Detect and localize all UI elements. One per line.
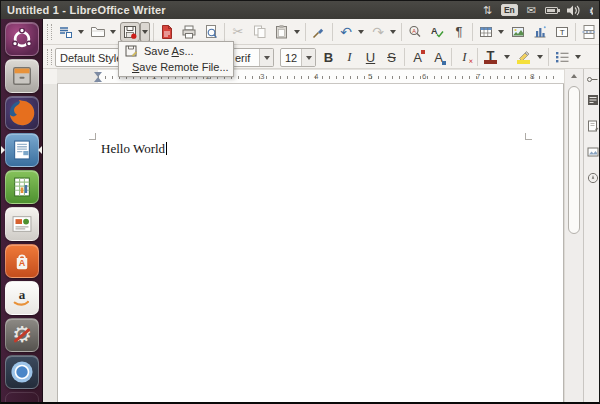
- toolbar-separator: [451, 48, 452, 66]
- sidebar-tab-navigator[interactable]: [586, 171, 599, 184]
- volume-icon[interactable]: [567, 5, 580, 16]
- redo-dropdown[interactable]: [388, 22, 398, 42]
- highlight-dropdown[interactable]: [535, 47, 545, 67]
- launcher-item-vlc[interactable]: [5, 392, 39, 404]
- sidebar-tab-gallery[interactable]: [586, 145, 599, 158]
- sync-arrows-icon[interactable]: ⇅: [483, 5, 492, 16]
- paste-button[interactable]: [272, 22, 292, 42]
- export-pdf-icon: [159, 24, 175, 40]
- print-preview-button[interactable]: [201, 22, 221, 42]
- launcher-item-impress[interactable]: [5, 207, 39, 241]
- new-document-dropdown[interactable]: [76, 22, 86, 42]
- document-page[interactable]: Hello World: [57, 84, 564, 404]
- launcher-item-firefox[interactable]: [5, 96, 39, 130]
- export-pdf-button[interactable]: [157, 22, 177, 42]
- bold-button[interactable]: B: [319, 47, 338, 67]
- toolbar-separator: [305, 23, 306, 41]
- paste-dropdown[interactable]: [292, 22, 302, 42]
- launcher-item-amazon[interactable]: a: [5, 281, 39, 315]
- menu-item-save-as[interactable]: Save As...: [119, 43, 233, 59]
- styles-icon: [587, 120, 599, 132]
- document-text-content: Hello World: [101, 141, 165, 156]
- open-folder-icon: [90, 24, 106, 40]
- launcher-item-calc[interactable]: [5, 170, 39, 204]
- save-icon: [122, 24, 138, 40]
- underline-button[interactable]: U: [361, 47, 380, 67]
- writer-running-indicator: [1, 146, 5, 154]
- cut-button[interactable]: ✂: [228, 22, 248, 42]
- new-document-button[interactable]: [56, 22, 76, 42]
- copy-button[interactable]: [250, 22, 270, 42]
- insert-table-button[interactable]: [476, 22, 496, 42]
- launcher-item-settings[interactable]: ⚙: [5, 318, 39, 352]
- sidebar-settings-button[interactable]: [586, 73, 599, 86]
- find-replace-icon: A: [407, 24, 423, 40]
- italic-button[interactable]: I: [340, 47, 359, 67]
- undo-dropdown[interactable]: [356, 22, 366, 42]
- text-boundary-corner-left: [89, 133, 96, 140]
- toolbar-separator: [548, 48, 549, 66]
- launcher-item-writer[interactable]: [5, 133, 39, 167]
- subscript-button[interactable]: A: [429, 47, 448, 67]
- sidebar-tab-styles[interactable]: [586, 119, 599, 132]
- menu-item-save-remote-file[interactable]: Save Remote File...: [119, 59, 233, 75]
- sidebar-tab-properties[interactable]: [586, 93, 599, 106]
- launcher-item-software-center[interactable]: A: [5, 244, 39, 278]
- toolbar-separator: [401, 23, 402, 41]
- open-button[interactable]: [88, 22, 108, 42]
- insert-chart-button[interactable]: [530, 22, 550, 42]
- toolbar-separator: [332, 23, 333, 41]
- insert-table-icon: [478, 24, 494, 40]
- launcher-item-ubuntu[interactable]: [5, 22, 39, 56]
- battery-icon[interactable]: [545, 7, 558, 14]
- software-center-letter: A: [19, 258, 26, 268]
- clone-formatting-button[interactable]: [309, 22, 329, 42]
- launcher-item-chromium[interactable]: [5, 355, 39, 389]
- bullet-list-button[interactable]: [552, 47, 571, 67]
- clipped-tray-icon: ⚙: [589, 5, 593, 16]
- toolbar-grip[interactable]: [47, 24, 52, 40]
- open-dropdown[interactable]: [108, 22, 118, 42]
- chromium-icon: [9, 359, 35, 385]
- strikethrough-button[interactable]: S: [382, 47, 401, 67]
- save-as-icon: [125, 45, 137, 57]
- spelling-button[interactable]: A: [427, 22, 447, 42]
- text-boundary-corner-right: [525, 133, 532, 140]
- save-button[interactable]: [120, 22, 140, 42]
- insert-textbox-button[interactable]: T: [552, 22, 572, 42]
- ruler-margin-zone: [57, 70, 98, 83]
- mail-icon[interactable]: ✉: [527, 5, 536, 16]
- launcher-item-files[interactable]: [5, 59, 39, 93]
- document-text[interactable]: Hello World: [101, 141, 167, 157]
- vertical-scrollbar[interactable]: [564, 69, 583, 404]
- superscript-button[interactable]: A: [408, 47, 427, 67]
- clear-formatting-button[interactable]: I ×: [455, 47, 474, 67]
- font-size-value: 12: [281, 52, 301, 64]
- toolbar-grip[interactable]: [47, 49, 52, 65]
- writer-icon: [9, 137, 35, 163]
- bullet-list-dropdown[interactable]: [573, 47, 583, 67]
- font-color-button[interactable]: T: [481, 47, 500, 67]
- find-replace-button[interactable]: A: [405, 22, 425, 42]
- font-size-combo[interactable]: 12: [280, 48, 316, 67]
- scroll-up-button[interactable]: [565, 69, 583, 82]
- keyboard-layout-indicator[interactable]: En: [501, 4, 518, 17]
- insert-page-break-button[interactable]: [579, 22, 599, 42]
- font-name-combo[interactable]: erif: [233, 48, 274, 67]
- calc-icon: [9, 174, 35, 200]
- print-button[interactable]: [179, 22, 199, 42]
- highlight-button[interactable]: [514, 47, 533, 67]
- insert-image-button[interactable]: [508, 22, 528, 42]
- font-color-dropdown[interactable]: [502, 47, 512, 67]
- font-size-dropdown-arrow[interactable]: [301, 49, 315, 66]
- formatting-marks-button[interactable]: ¶: [449, 22, 469, 42]
- sidebar-settings-icon: [587, 76, 598, 83]
- save-dropdown[interactable]: [140, 22, 150, 42]
- scrollbar-thumb[interactable]: [568, 86, 580, 234]
- redo-button[interactable]: ↷: [368, 22, 388, 42]
- toolbar-separator: [472, 23, 473, 41]
- font-name-dropdown-arrow[interactable]: [259, 49, 273, 66]
- undo-button[interactable]: ↶: [336, 22, 356, 42]
- insert-table-dropdown[interactable]: [496, 22, 506, 42]
- toolbar-separator: [477, 48, 478, 66]
